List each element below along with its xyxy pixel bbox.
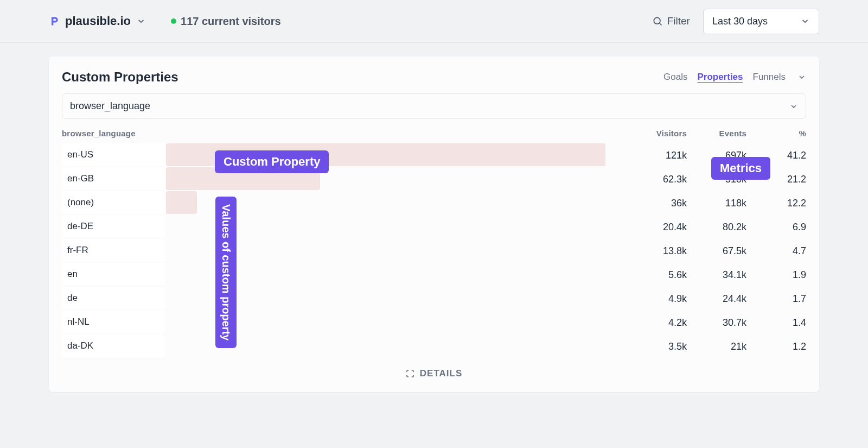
row-label: da-DK	[62, 335, 165, 357]
period-label: Last 30 days	[712, 16, 768, 27]
cell-percent: 12.2	[746, 198, 806, 209]
column-visitors[interactable]: Visitors	[627, 129, 687, 138]
cell-events: 67.5k	[687, 245, 746, 257]
column-events[interactable]: Events	[687, 129, 746, 138]
cell-visitors: 20.4k	[627, 222, 687, 233]
tab-funnels[interactable]: Funnels	[753, 72, 786, 83]
row-label: fr-FR	[62, 239, 165, 262]
table-row[interactable]: da-DK	[62, 335, 605, 358]
row-label: en-GB	[62, 167, 165, 190]
column-headers: browser_language Visitors Events %	[62, 129, 806, 138]
content: Custom Property Values of custom propert…	[0, 43, 868, 392]
current-visitors[interactable]: 117 current visitors	[171, 15, 281, 28]
cell-visitors: 36k	[627, 198, 687, 209]
site-name: plausible.io	[65, 14, 131, 28]
cell-events: 118k	[687, 198, 746, 209]
table-labels: en-USen-GB(none)de-DEfr-FRendenl-NLda-DK	[62, 143, 605, 358]
metrics-row: 5.6k34.1k1.9	[627, 263, 806, 287]
tab-goals[interactable]: Goals	[663, 72, 687, 83]
cell-visitors: 4.9k	[627, 293, 687, 305]
filter-label: Filter	[667, 15, 690, 27]
cell-percent: 1.7	[746, 293, 806, 305]
visitors-text: 117 current visitors	[181, 15, 281, 28]
filter-button[interactable]: Filter	[652, 15, 690, 27]
cell-events: 24.4k	[687, 293, 746, 305]
search-icon	[652, 16, 663, 27]
cell-events: 80.2k	[687, 222, 746, 233]
details-button[interactable]: DETAILS	[62, 368, 806, 379]
cell-percent: 6.9	[746, 222, 806, 233]
details-label: DETAILS	[420, 368, 462, 379]
metrics-row: 4.9k24.4k1.7	[627, 287, 806, 311]
column-percent[interactable]: %	[746, 129, 806, 138]
cell-events: 21k	[687, 341, 746, 352]
metrics-row: 4.2k30.7k1.4	[627, 311, 806, 335]
cell-visitors: 4.2k	[627, 317, 687, 329]
site-selector[interactable]: plausible.io	[49, 14, 146, 28]
annotation-custom-property: Custom Property	[215, 150, 329, 173]
live-dot-icon	[171, 18, 176, 24]
header-right: Filter Last 30 days	[652, 9, 819, 34]
svg-point-0	[654, 17, 660, 24]
card-title: Custom Properties	[62, 70, 178, 85]
cell-visitors: 62.3k	[627, 174, 687, 185]
row-label: en	[62, 263, 165, 286]
row-label: de	[62, 287, 165, 310]
row-label: de-DE	[62, 215, 165, 238]
plausible-logo-icon	[49, 16, 60, 27]
cell-events: 30.7k	[687, 317, 746, 329]
chevron-down-icon[interactable]	[797, 73, 806, 81]
row-bar	[166, 191, 197, 214]
period-selector[interactable]: Last 30 days	[703, 9, 819, 34]
annotation-values: Values of custom property	[215, 197, 237, 348]
table-row[interactable]: en-GB	[62, 167, 605, 191]
chevron-down-icon	[800, 16, 810, 26]
row-label: nl-NL	[62, 311, 165, 333]
cell-percent: 1.4	[746, 317, 806, 329]
chevron-down-icon	[789, 102, 798, 111]
custom-properties-card: Custom Property Values of custom propert…	[49, 56, 819, 392]
metrics-row: 13.8k67.5k4.7	[627, 239, 806, 263]
column-property: browser_language	[62, 129, 627, 138]
metrics-row: 36k118k12.2	[627, 191, 806, 215]
row-label: (none)	[62, 191, 165, 214]
cell-percent: 1.9	[746, 269, 806, 281]
card-header: Custom Properties Goals Properties Funne…	[62, 70, 806, 85]
metrics-row: 3.5k21k1.2	[627, 335, 806, 358]
property-selector[interactable]: browser_language	[62, 93, 806, 119]
header-left: plausible.io 117 current visitors	[49, 14, 281, 28]
row-label: en-US	[62, 143, 165, 166]
table-row[interactable]: fr-FR	[62, 239, 605, 263]
top-header: plausible.io 117 current visitors Filter…	[0, 0, 868, 43]
svg-line-1	[659, 23, 661, 26]
chevron-down-icon	[136, 16, 146, 26]
table-row[interactable]: en	[62, 263, 605, 287]
table-row[interactable]: (none)	[62, 191, 605, 215]
table-row[interactable]: de	[62, 287, 605, 311]
tab-properties[interactable]: Properties	[697, 72, 743, 83]
metrics-row: 20.4k80.2k6.9	[627, 215, 806, 239]
expand-icon	[406, 369, 414, 378]
table-row[interactable]: de-DE	[62, 215, 605, 239]
cell-percent: 1.2	[746, 341, 806, 352]
table-metrics: 121k697k41.262.3k318k21.236k118k12.220.4…	[605, 143, 806, 358]
table-row[interactable]: nl-NL	[62, 311, 605, 335]
table: en-USen-GB(none)de-DEfr-FRendenl-NLda-DK…	[62, 143, 806, 358]
table-row[interactable]: en-US	[62, 143, 605, 167]
annotation-metrics: Metrics	[711, 157, 770, 180]
cell-events: 34.1k	[687, 269, 746, 281]
cell-visitors: 121k	[627, 150, 687, 161]
card-tabs: Goals Properties Funnels	[663, 72, 806, 83]
cell-visitors: 3.5k	[627, 341, 687, 352]
property-selector-value: browser_language	[70, 100, 150, 112]
cell-visitors: 5.6k	[627, 269, 687, 281]
cell-visitors: 13.8k	[627, 245, 687, 257]
cell-percent: 4.7	[746, 245, 806, 257]
